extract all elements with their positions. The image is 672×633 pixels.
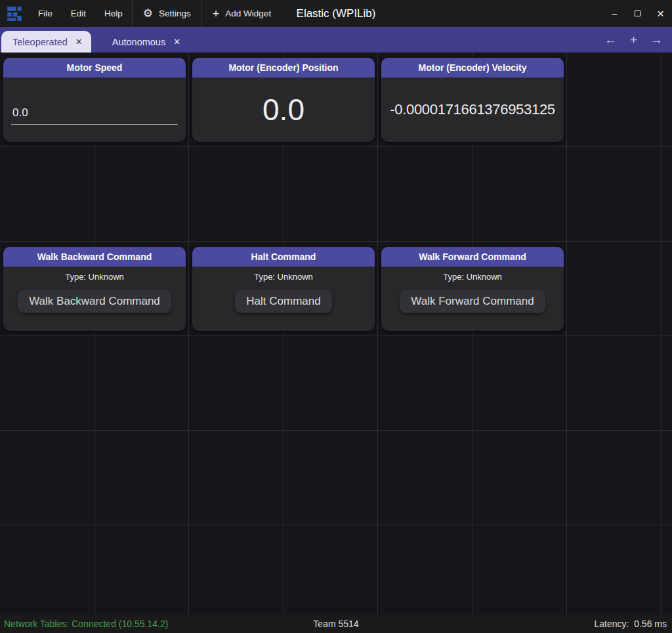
widget-header: Motor Speed xyxy=(3,58,186,77)
move-tab-right-icon[interactable]: → xyxy=(650,33,663,47)
menu-file[interactable]: File xyxy=(29,0,62,27)
title-bar: File Edit Help ⚙ Settings + Add Widget E… xyxy=(0,0,672,27)
settings-label: Settings xyxy=(159,9,191,18)
minimize-icon: – xyxy=(612,9,618,19)
tab-autonomous-label: Autonomous xyxy=(112,37,165,47)
tab-bar: Teleoperated ✕ Autonomous ✕ ← + → xyxy=(0,27,672,53)
widget-title: Walk Forward Command xyxy=(419,251,526,262)
encoder-velocity-value: -0.0000171661376953125 xyxy=(390,101,555,118)
tab-navigation: ← + → xyxy=(604,27,663,53)
widget-title: Halt Command xyxy=(251,251,316,262)
command-type-label: Type: Unknown xyxy=(65,272,124,282)
add-widget-label: Add Widget xyxy=(225,9,271,18)
menu-help[interactable]: Help xyxy=(95,0,132,27)
widget-header: Motor (Encoder) Velocity xyxy=(381,58,564,77)
walk-backward-command-button[interactable]: Walk Backward Command xyxy=(18,290,171,313)
tab-teleoperated[interactable]: Teleoperated ✕ xyxy=(1,31,91,53)
settings-button[interactable]: ⚙ Settings xyxy=(133,0,201,27)
minimize-button[interactable]: – xyxy=(603,0,626,27)
move-tab-left-icon[interactable]: ← xyxy=(604,33,617,47)
new-tab-icon[interactable]: + xyxy=(630,33,637,47)
widget-title: Motor Speed xyxy=(67,62,123,73)
latency-readout: Latency: 0.56 ms xyxy=(594,619,667,629)
close-icon: ✕ xyxy=(657,9,665,19)
window-controls: – ✕ xyxy=(603,0,672,27)
network-tables-status: Network Tables: Connected (10.55.14.2) xyxy=(4,619,168,629)
widget-header: Walk Backward Command xyxy=(3,247,186,267)
status-bar: Network Tables: Connected (10.55.14.2) T… xyxy=(0,615,672,633)
plus-icon: + xyxy=(213,8,220,20)
app-logo-icon xyxy=(6,5,23,22)
widget-motor-encoder-velocity[interactable]: Motor (Encoder) Velocity -0.000017166137… xyxy=(381,58,564,142)
widget-title: Motor (Encoder) Velocity xyxy=(419,62,527,73)
widget-header: Motor (Encoder) Position xyxy=(192,58,375,77)
widget-title: Walk Backward Command xyxy=(37,251,152,262)
dashboard-canvas[interactable]: Motor Speed Motor (Encoder) Position 0.0… xyxy=(0,53,672,615)
team-number: Team 5514 xyxy=(313,619,358,629)
close-button[interactable]: ✕ xyxy=(649,0,672,27)
widget-header: Walk Forward Command xyxy=(381,247,564,267)
window-title: Elastic (WPILib) xyxy=(297,7,376,20)
command-type-label: Type: Unknown xyxy=(443,272,502,282)
widget-motor-speed[interactable]: Motor Speed xyxy=(3,58,186,142)
add-widget-button[interactable]: + Add Widget xyxy=(202,0,282,27)
widget-walk-backward-command[interactable]: Walk Backward Command Type: Unknown Walk… xyxy=(3,247,186,331)
widget-title: Motor (Encoder) Position xyxy=(228,62,338,73)
tab-teleoperated-label: Teleoperated xyxy=(12,37,68,47)
motor-speed-input[interactable] xyxy=(11,105,178,125)
tab-autonomous[interactable]: Autonomous ✕ xyxy=(99,31,189,53)
halt-command-button[interactable]: Halt Command xyxy=(235,290,331,313)
widget-header: Halt Command xyxy=(192,247,375,267)
widget-walk-forward-command[interactable]: Walk Forward Command Type: Unknown Walk … xyxy=(381,247,564,331)
command-type-label: Type: Unknown xyxy=(254,272,313,282)
gear-icon: ⚙ xyxy=(143,8,153,19)
widget-halt-command[interactable]: Halt Command Type: Unknown Halt Command xyxy=(192,247,375,331)
widget-motor-encoder-position[interactable]: Motor (Encoder) Position 0.0 xyxy=(192,58,375,142)
menu-edit[interactable]: Edit xyxy=(62,0,95,27)
encoder-position-value: 0.0 xyxy=(262,92,304,127)
app-logo xyxy=(0,0,29,27)
tab-close-icon[interactable]: ✕ xyxy=(75,37,83,46)
maximize-icon xyxy=(635,11,640,16)
walk-forward-command-button[interactable]: Walk Forward Command xyxy=(400,290,545,313)
tab-close-icon[interactable]: ✕ xyxy=(173,37,180,46)
maximize-button[interactable] xyxy=(626,0,649,27)
